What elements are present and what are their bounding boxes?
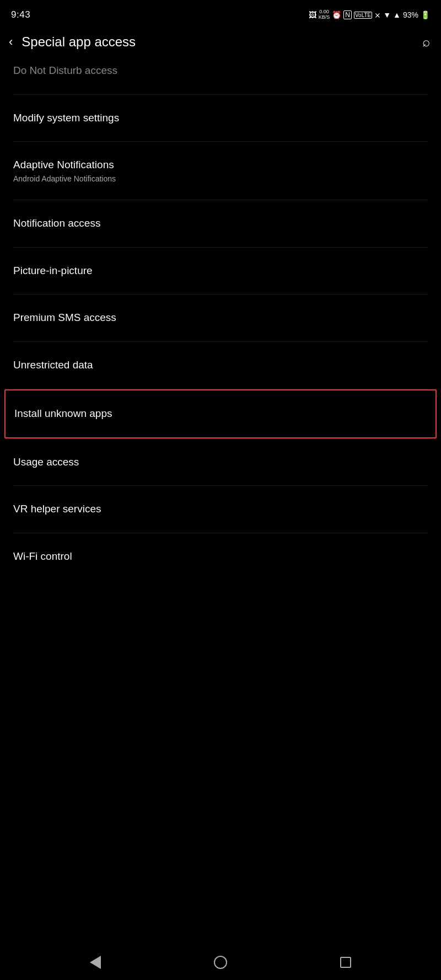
list-item-picture-in-picture[interactable]: Picture-in-picture [0, 248, 441, 294]
menu-item-title: Adaptive Notifications [13, 159, 114, 170]
status-time: 9:43 [11, 9, 30, 20]
list-item-vr-helper-services[interactable]: VR helper services [0, 486, 441, 533]
alarm-icon: ⏰ [332, 10, 341, 19]
volte-icon: VoLTE [354, 12, 372, 19]
search-icon[interactable]: ⌕ [422, 34, 430, 50]
list-item-notification-access[interactable]: Notification access [0, 200, 441, 247]
list-item-modify-system-settings[interactable]: Modify system settings [0, 95, 441, 142]
data-speed-icon: 0.00KB/S [319, 9, 330, 20]
image-icon: 🖼 [309, 10, 316, 19]
page-title: Special app access [21, 34, 136, 50]
battery-icon: 🔋 [421, 10, 430, 19]
menu-item-title: Notification access [13, 217, 100, 229]
menu-item-title: VR helper services [13, 503, 101, 515]
menu-item-title: Usage access [13, 456, 79, 468]
status-icons: 🖼 0.00KB/S ⏰ N VoLTE ⨯ ▼ ▲ 93% 🔋 [309, 9, 430, 20]
list-item-adaptive-notifications[interactable]: Adaptive Notifications Android Adaptive … [0, 142, 441, 200]
menu-item-title: Install unknown apps [14, 408, 112, 419]
wifi-icon: ▼ [383, 10, 391, 19]
list-item-unrestricted-data[interactable]: Unrestricted data [0, 342, 441, 389]
menu-item-title: Picture-in-picture [13, 265, 93, 276]
menu-item-title: Premium SMS access [13, 312, 116, 323]
menu-item-title: Modify system settings [13, 112, 119, 124]
header-left: ‹ Special app access [9, 34, 136, 50]
list-item-usage-access[interactable]: Usage access [0, 439, 441, 486]
nav-back-button[interactable] [82, 949, 109, 976]
list-item-wifi-control[interactable]: Wi-Fi control [0, 533, 441, 580]
bluetooth-icon: ⨯ [374, 10, 381, 19]
back-triangle-icon [90, 956, 101, 969]
nav-home-button[interactable] [207, 949, 234, 976]
list-item-do-not-disturb[interactable]: Do Not Disturb access [0, 58, 441, 94]
back-button[interactable]: ‹ [9, 35, 13, 49]
bottom-spacing [0, 580, 441, 624]
home-circle-icon [214, 956, 227, 969]
nav-bar [0, 944, 441, 980]
nav-recent-button[interactable] [332, 949, 359, 976]
recent-square-icon [340, 957, 351, 968]
signal-icon: ▲ [393, 10, 401, 19]
menu-item-title: Do Not Disturb access [13, 65, 117, 76]
status-bar: 9:43 🖼 0.00KB/S ⏰ N VoLTE ⨯ ▼ ▲ 93% 🔋 [0, 0, 441, 28]
list-item-install-unknown-apps[interactable]: Install unknown apps [4, 389, 437, 438]
nfc-icon: N [343, 10, 352, 19]
status-battery: 93% [403, 10, 418, 19]
menu-item-subtitle: Android Adaptive Notifications [13, 174, 428, 183]
header: ‹ Special app access ⌕ [0, 28, 441, 58]
menu-item-title: Unrestricted data [13, 359, 93, 371]
menu-item-title: Wi-Fi control [13, 550, 72, 562]
list-item-premium-sms-access[interactable]: Premium SMS access [0, 294, 441, 341]
menu-list: Do Not Disturb access Modify system sett… [0, 58, 441, 580]
